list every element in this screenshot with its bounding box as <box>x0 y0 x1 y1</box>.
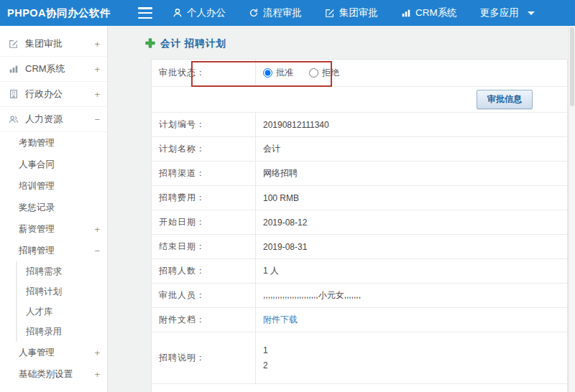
nav-workflow-approval[interactable]: 流程审批 <box>249 6 302 19</box>
sidebar-item-hr[interactable]: 人力资源 − <box>0 107 107 132</box>
sidebar-item-label: 薪资管理 <box>19 223 55 235</box>
top-nav: 个人办公 流程审批 集团审批 CRM系统 更多应用 <box>172 6 535 19</box>
sidebar-item-label: 基础类别设置 <box>19 368 73 381</box>
row-end-date: 结束日期： 2019-08-31 <box>152 235 567 259</box>
field-value: 100 RMB <box>256 186 567 210</box>
field-value-cell: 1 2 <box>256 332 567 383</box>
sidebar-item-label: 招聘管理 <box>19 245 55 257</box>
expand-toggle[interactable]: + <box>90 39 100 50</box>
approval-button-row: 审批信息 <box>152 87 567 113</box>
expand-toggle[interactable]: + <box>90 369 100 380</box>
page-header: 会计 招聘计划 <box>108 26 575 59</box>
edit-icon <box>9 39 20 49</box>
approval-status-label: 审批状态： <box>152 60 256 86</box>
sidebar-item-training[interactable]: 培训管理 <box>0 175 107 197</box>
field-label: 计划名称： <box>152 137 256 161</box>
sidebar-item-label: 人力资源 <box>25 113 63 126</box>
sidebar-item-admin-office[interactable]: 行政办公 + <box>0 82 107 107</box>
field-label: 审批人员： <box>152 284 256 307</box>
page-scrollbar[interactable] <box>569 26 575 392</box>
collapse-toggle[interactable]: − <box>90 114 100 125</box>
sidebar-item-label: 人事合同 <box>19 159 55 171</box>
sidebar-item-recruit-plan[interactable]: 招聘计划 <box>16 281 107 302</box>
approval-radio-group: 批准 拒绝 <box>256 60 567 86</box>
row-attachment: 附件文档： 附件下载 <box>152 308 567 332</box>
sidebar-item-recruit-demand[interactable]: 招聘需求 <box>16 261 107 281</box>
nav-group-approval[interactable]: 集团审批 <box>325 6 378 19</box>
row-approvers: 审批人员： ,,,,,,,,,,,,,,,,,,,,,,,小元女,,,,,,, <box>152 284 567 308</box>
sidebar-item-base-category[interactable]: 基础类别设置 + <box>0 363 107 385</box>
menu-toggle-icon[interactable] <box>138 7 152 19</box>
approval-info-button[interactable]: 审批信息 <box>477 90 533 109</box>
field-label: 招聘费用： <box>152 186 256 210</box>
field-value: 会计 <box>256 137 567 161</box>
nav-label: CRM系统 <box>415 6 457 19</box>
field-label: 结束日期： <box>152 235 256 258</box>
expand-toggle[interactable]: + <box>90 224 100 235</box>
person-icon <box>172 8 183 18</box>
field-label: 招聘说明： <box>152 332 256 383</box>
nav-personal-office[interactable]: 个人办公 <box>172 6 226 19</box>
sidebar-item-label: 招聘录用 <box>26 326 62 338</box>
sidebar-item-label: 考勤管理 <box>19 137 55 149</box>
field-label: 招聘人数： <box>152 259 256 283</box>
sidebar-item-label: 奖惩记录 <box>19 202 55 214</box>
sidebar-item-hr-contract[interactable]: 人事合同 <box>0 154 107 175</box>
workflow-icon <box>249 8 259 18</box>
row-plan-name: 计划名称： 会计 <box>152 137 567 162</box>
sidebar-item-label: 招聘计划 <box>26 286 62 298</box>
field-label: 开始日期： <box>152 210 256 234</box>
sidebar-item-document-mgmt[interactable]: 公文管理 + <box>0 385 107 392</box>
sidebar-item-personnel-mgmt[interactable]: 人事管理 + <box>0 342 107 363</box>
sidebar-item-recruit-mgmt[interactable]: 招聘管理 − <box>0 240 107 261</box>
nav-crm-system[interactable]: CRM系统 <box>401 6 457 19</box>
radio-reject[interactable]: 拒绝 <box>309 67 339 79</box>
nav-label: 集团审批 <box>339 6 378 19</box>
scrollbar-thumb[interactable] <box>570 27 574 106</box>
sidebar-item-talent-pool[interactable]: 人才库 <box>16 302 107 322</box>
field-value-cell: 附件下载 <box>256 308 567 332</box>
radio-approve[interactable]: 批准 <box>263 67 293 79</box>
sidebar-item-group-approval[interactable]: 集团审批 + <box>0 32 107 57</box>
radio-reject-label: 拒绝 <box>322 67 339 79</box>
row-plan-number: 计划编号： 20190812111340 <box>152 113 567 137</box>
sidebar-item-label: 集团审批 <box>25 37 63 50</box>
sidebar-item-salary[interactable]: 薪资管理 + <box>0 218 107 240</box>
recruit-plan-detail-table: 审批状态： 批准 拒绝 审批信息 计划编号： 20190812111340 计划… <box>151 59 568 392</box>
sidebar-item-rewards[interactable]: 奖惩记录 <box>0 197 107 218</box>
sidebar-item-label: 招聘需求 <box>26 266 62 278</box>
app-brand: PHPOA协同办公软件 <box>0 6 138 20</box>
attachment-download-link[interactable]: 附件下载 <box>263 314 298 326</box>
radio-reject-input[interactable] <box>309 68 318 78</box>
building-icon <box>9 89 20 99</box>
sidebar-item-attendance[interactable]: 考勤管理 <box>0 132 107 154</box>
sidebar-item-label: 人事管理 <box>19 347 55 359</box>
expand-toggle[interactable]: + <box>90 89 100 100</box>
field-value: 2019-08-31 <box>256 235 567 258</box>
expand-toggle[interactable]: + <box>90 347 100 358</box>
radio-approve-input[interactable] <box>263 68 272 78</box>
row-recruit-cost: 招聘费用： 100 RMB <box>152 186 567 210</box>
table-filler-row <box>152 384 567 392</box>
nav-label: 更多应用 <box>480 6 519 19</box>
approval-status-row: 审批状态： 批准 拒绝 <box>152 60 567 87</box>
edit-icon <box>325 8 335 18</box>
row-headcount: 招聘人数： 1 人 <box>152 259 567 284</box>
field-value: 网络招聘 <box>256 162 567 185</box>
bar-chart-icon <box>401 8 411 18</box>
chevron-down-icon <box>528 11 535 15</box>
sidebar-item-label: 培训管理 <box>19 180 55 192</box>
nav-label: 流程审批 <box>263 6 302 19</box>
sidebar-item-recruit-hire[interactable]: 招聘录用 <box>16 322 107 342</box>
expand-toggle[interactable]: + <box>90 64 100 75</box>
description-line: 1 <box>263 345 268 355</box>
radio-approve-label: 批准 <box>276 67 293 79</box>
field-value: 1 人 <box>256 259 567 283</box>
field-value: 20190812111340 <box>256 113 567 136</box>
main-content: 会计 招聘计划 审批状态： 批准 拒绝 审批信息 计划编号： 201908121… <box>108 26 575 392</box>
sidebar: 集团审批 + CRM系统 + 行政办公 + 人力资源 − 考勤管理 人事合同 培… <box>0 26 108 392</box>
collapse-toggle[interactable]: − <box>90 246 100 256</box>
sidebar-item-crm[interactable]: CRM系统 + <box>0 57 107 82</box>
field-label: 招聘渠道： <box>152 162 256 185</box>
nav-more-apps[interactable]: 更多应用 <box>480 6 535 19</box>
